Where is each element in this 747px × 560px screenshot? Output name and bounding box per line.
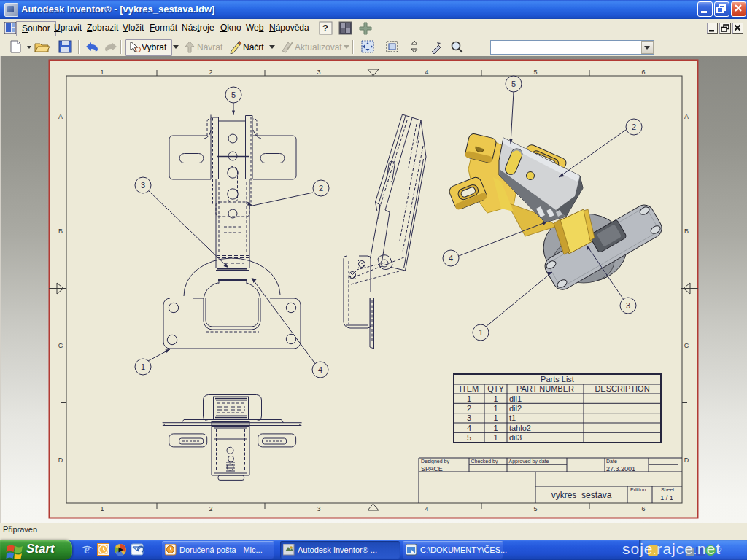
svg-text:2: 2 xyxy=(319,184,323,192)
svg-text:5: 5 xyxy=(511,79,516,88)
svg-text:A: A xyxy=(684,113,689,120)
svg-text:DESCRIPTION: DESCRIPTION xyxy=(595,384,649,393)
svg-text:2: 2 xyxy=(209,505,212,513)
svg-text:1: 1 xyxy=(479,328,483,337)
svg-text:D: D xyxy=(58,456,63,464)
svg-text:5: 5 xyxy=(467,433,471,442)
svg-text:3: 3 xyxy=(467,413,471,422)
svg-text:1: 1 xyxy=(493,424,498,432)
svg-text:dil3: dil3 xyxy=(509,433,522,442)
svg-text:1: 1 xyxy=(493,433,498,442)
svg-text:vykres sestava: vykres sestava xyxy=(551,490,612,500)
svg-text:Approved by date: Approved by date xyxy=(509,459,549,464)
svg-text:B: B xyxy=(58,228,63,235)
svg-text:e: e xyxy=(84,542,90,556)
svg-text:A: A xyxy=(58,113,63,120)
svg-text:dil1: dil1 xyxy=(509,394,522,403)
svg-text:3: 3 xyxy=(626,301,630,310)
svg-text:1 / 1: 1 / 1 xyxy=(660,494,673,502)
svg-text:3: 3 xyxy=(317,505,320,513)
svg-text:5: 5 xyxy=(533,69,537,76)
svg-text:Checked by: Checked by xyxy=(471,459,498,464)
svg-text:5: 5 xyxy=(533,505,537,513)
svg-text:Edition: Edition xyxy=(630,487,646,492)
svg-text:27.3.2001: 27.3.2001 xyxy=(606,465,635,472)
svg-text:2: 2 xyxy=(209,69,212,76)
svg-text:2: 2 xyxy=(632,122,636,131)
svg-text:1: 1 xyxy=(467,394,471,403)
svg-text:1: 1 xyxy=(100,505,104,513)
svg-text:1: 1 xyxy=(493,413,498,422)
svg-text:QTY: QTY xyxy=(487,384,504,393)
svg-text:3: 3 xyxy=(317,69,320,76)
svg-text:4: 4 xyxy=(318,365,322,374)
svg-text:4: 4 xyxy=(449,254,453,262)
svg-text:?: ? xyxy=(322,23,328,34)
svg-text:1: 1 xyxy=(141,362,145,371)
svg-text:6: 6 xyxy=(641,69,645,76)
svg-text:B: B xyxy=(684,228,689,235)
svg-text:C: C xyxy=(58,342,63,349)
svg-text:Date: Date xyxy=(606,459,617,464)
svg-text:Sheet: Sheet xyxy=(661,487,674,492)
svg-text:6: 6 xyxy=(641,505,645,513)
svg-text:Designed by: Designed by xyxy=(421,459,449,464)
svg-text:tahlo2: tahlo2 xyxy=(509,424,531,432)
svg-text:ITEM: ITEM xyxy=(460,384,479,393)
svg-text:1: 1 xyxy=(493,404,498,413)
svg-text:1: 1 xyxy=(100,69,104,76)
svg-text:1: 1 xyxy=(493,394,498,403)
svg-text:4: 4 xyxy=(425,69,428,76)
svg-text:SPACE: SPACE xyxy=(421,465,443,472)
svg-text:t1: t1 xyxy=(509,413,516,422)
svg-text:4: 4 xyxy=(467,424,471,432)
svg-text:3: 3 xyxy=(141,181,145,190)
svg-text:4: 4 xyxy=(425,505,428,513)
svg-text:D: D xyxy=(684,456,689,464)
svg-text:Parts List: Parts List xyxy=(541,375,574,384)
svg-text:PART NUMBER: PART NUMBER xyxy=(516,384,574,393)
svg-text:dil2: dil2 xyxy=(509,404,522,413)
svg-text:C: C xyxy=(684,342,689,349)
svg-text:5: 5 xyxy=(231,90,236,99)
svg-text:2: 2 xyxy=(467,404,471,413)
